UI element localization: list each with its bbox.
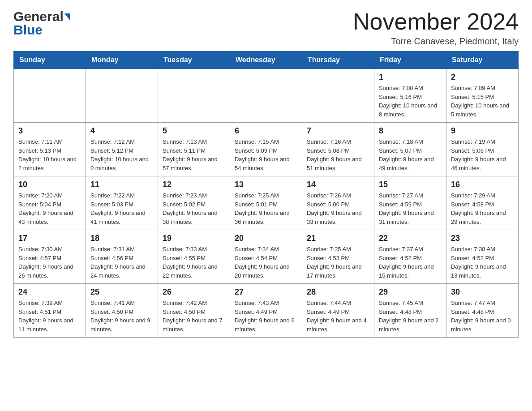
calendar-cell: 19Sunrise: 7:33 AMSunset: 4:55 PMDayligh…	[158, 230, 230, 284]
day-info: Sunrise: 7:44 AMSunset: 4:49 PMDaylight:…	[307, 299, 369, 334]
day-number: 2	[451, 73, 514, 82]
calendar-cell: 30Sunrise: 7:47 AMSunset: 4:48 PMDayligh…	[446, 284, 518, 338]
week-row-3: 17Sunrise: 7:30 AMSunset: 4:57 PMDayligh…	[14, 230, 519, 284]
calendar-cell: 21Sunrise: 7:35 AMSunset: 4:53 PMDayligh…	[302, 230, 374, 284]
day-number: 11	[90, 180, 153, 189]
calendar-cell: 4Sunrise: 7:12 AMSunset: 5:12 PMDaylight…	[86, 123, 158, 176]
calendar-table: SundayMondayTuesdayWednesdayThursdayFrid…	[13, 51, 519, 338]
calendar-cell: 22Sunrise: 7:37 AMSunset: 4:52 PMDayligh…	[374, 230, 446, 284]
calendar-cell: 28Sunrise: 7:44 AMSunset: 4:49 PMDayligh…	[302, 284, 374, 338]
day-number: 7	[307, 126, 369, 136]
day-info: Sunrise: 7:45 AMSunset: 4:48 PMDaylight:…	[379, 299, 442, 334]
calendar-cell: 9Sunrise: 7:19 AMSunset: 5:06 PMDaylight…	[446, 123, 518, 176]
day-info: Sunrise: 7:30 AMSunset: 4:57 PMDaylight:…	[18, 245, 81, 280]
day-info: Sunrise: 7:41 AMSunset: 4:50 PMDaylight:…	[90, 299, 153, 334]
calendar-cell	[230, 69, 302, 123]
day-info: Sunrise: 7:26 AMSunset: 5:00 PMDaylight:…	[307, 191, 369, 226]
logo-blue-text: Blue	[13, 22, 70, 38]
calendar-cell	[158, 69, 230, 123]
day-number: 16	[451, 180, 514, 189]
calendar-cell: 5Sunrise: 7:13 AMSunset: 5:11 PMDaylight…	[158, 123, 230, 176]
day-info: Sunrise: 7:15 AMSunset: 5:09 PMDaylight:…	[235, 137, 297, 172]
day-info: Sunrise: 7:13 AMSunset: 5:11 PMDaylight:…	[163, 137, 225, 172]
calendar-cell: 17Sunrise: 7:30 AMSunset: 4:57 PMDayligh…	[14, 230, 86, 284]
day-number: 29	[379, 287, 442, 297]
day-info: Sunrise: 7:16 AMSunset: 5:08 PMDaylight:…	[307, 137, 369, 172]
day-number: 21	[307, 234, 369, 243]
day-number: 26	[163, 287, 225, 297]
calendar-cell: 8Sunrise: 7:18 AMSunset: 5:07 PMDaylight…	[374, 123, 446, 176]
day-number: 3	[18, 126, 81, 136]
day-number: 25	[90, 287, 153, 297]
calendar-cell: 12Sunrise: 7:23 AMSunset: 5:02 PMDayligh…	[158, 176, 230, 230]
day-info: Sunrise: 7:25 AMSunset: 5:01 PMDaylight:…	[235, 191, 297, 226]
calendar-cell	[302, 69, 374, 123]
day-number: 4	[90, 126, 153, 136]
week-row-4: 24Sunrise: 7:39 AMSunset: 4:51 PMDayligh…	[14, 284, 519, 338]
day-number: 8	[379, 126, 442, 136]
week-row-2: 10Sunrise: 7:20 AMSunset: 5:04 PMDayligh…	[14, 176, 519, 230]
title-block: November 2024 Torre Canavese, Piedmont, …	[353, 9, 519, 47]
day-info: Sunrise: 7:09 AMSunset: 5:15 PMDaylight:…	[451, 84, 514, 119]
calendar-cell: 15Sunrise: 7:27 AMSunset: 4:59 PMDayligh…	[374, 176, 446, 230]
day-number: 17	[18, 234, 81, 243]
day-number: 20	[235, 234, 297, 243]
calendar-cell: 27Sunrise: 7:43 AMSunset: 4:49 PMDayligh…	[230, 284, 302, 338]
calendar-cell: 13Sunrise: 7:25 AMSunset: 5:01 PMDayligh…	[230, 176, 302, 230]
calendar-cell: 10Sunrise: 7:20 AMSunset: 5:04 PMDayligh…	[14, 176, 86, 230]
day-info: Sunrise: 7:37 AMSunset: 4:52 PMDaylight:…	[379, 245, 442, 280]
calendar-cell: 29Sunrise: 7:45 AMSunset: 4:48 PMDayligh…	[374, 284, 446, 338]
calendar-cell: 14Sunrise: 7:26 AMSunset: 5:00 PMDayligh…	[302, 176, 374, 230]
calendar-cell: 26Sunrise: 7:42 AMSunset: 4:50 PMDayligh…	[158, 284, 230, 338]
calendar-cell: 3Sunrise: 7:11 AMSunset: 5:13 PMDaylight…	[14, 123, 86, 176]
calendar-cell	[14, 69, 86, 123]
calendar-title: November 2024	[353, 9, 519, 34]
day-info: Sunrise: 7:27 AMSunset: 4:59 PMDaylight:…	[379, 191, 442, 226]
day-info: Sunrise: 7:20 AMSunset: 5:04 PMDaylight:…	[18, 191, 81, 226]
day-number: 27	[235, 287, 297, 297]
days-of-week-row: SundayMondayTuesdayWednesdayThursdayFrid…	[14, 51, 519, 69]
col-header-saturday: Saturday	[446, 51, 518, 69]
page-header: General Blue November 2024 Torre Canaves…	[13, 9, 519, 47]
day-number: 24	[18, 287, 81, 297]
col-header-sunday: Sunday	[14, 51, 86, 69]
day-number: 6	[235, 126, 297, 136]
day-info: Sunrise: 7:19 AMSunset: 5:06 PMDaylight:…	[451, 137, 514, 172]
day-number: 5	[163, 126, 225, 136]
day-info: Sunrise: 7:12 AMSunset: 5:12 PMDaylight:…	[90, 137, 153, 172]
day-number: 9	[451, 126, 514, 136]
day-info: Sunrise: 7:33 AMSunset: 4:55 PMDaylight:…	[163, 245, 225, 280]
day-number: 13	[235, 180, 297, 189]
calendar-cell	[86, 69, 158, 123]
day-number: 19	[163, 234, 225, 243]
week-row-0: 1Sunrise: 7:08 AMSunset: 5:16 PMDaylight…	[14, 69, 519, 123]
day-info: Sunrise: 7:42 AMSunset: 4:50 PMDaylight:…	[163, 299, 225, 334]
day-info: Sunrise: 7:23 AMSunset: 5:02 PMDaylight:…	[163, 191, 225, 226]
day-number: 15	[379, 180, 442, 189]
day-info: Sunrise: 7:11 AMSunset: 5:13 PMDaylight:…	[18, 137, 81, 172]
col-header-thursday: Thursday	[302, 51, 374, 69]
calendar-cell: 6Sunrise: 7:15 AMSunset: 5:09 PMDaylight…	[230, 123, 302, 176]
day-info: Sunrise: 7:34 AMSunset: 4:54 PMDaylight:…	[235, 245, 297, 280]
calendar-cell: 24Sunrise: 7:39 AMSunset: 4:51 PMDayligh…	[14, 284, 86, 338]
col-header-wednesday: Wednesday	[230, 51, 302, 69]
calendar-cell: 7Sunrise: 7:16 AMSunset: 5:08 PMDaylight…	[302, 123, 374, 176]
day-number: 28	[307, 287, 369, 297]
day-number: 1	[379, 73, 442, 82]
day-info: Sunrise: 7:18 AMSunset: 5:07 PMDaylight:…	[379, 137, 442, 172]
logo: General Blue	[13, 9, 70, 38]
calendar-cell: 16Sunrise: 7:29 AMSunset: 4:58 PMDayligh…	[446, 176, 518, 230]
day-number: 30	[451, 287, 514, 297]
calendar-cell: 1Sunrise: 7:08 AMSunset: 5:16 PMDaylight…	[374, 69, 446, 123]
col-header-friday: Friday	[374, 51, 446, 69]
calendar-subtitle: Torre Canavese, Piedmont, Italy	[353, 36, 519, 47]
calendar-cell: 23Sunrise: 7:38 AMSunset: 4:52 PMDayligh…	[446, 230, 518, 284]
calendar-cell: 18Sunrise: 7:31 AMSunset: 4:56 PMDayligh…	[86, 230, 158, 284]
day-info: Sunrise: 7:43 AMSunset: 4:49 PMDaylight:…	[235, 299, 297, 334]
day-number: 12	[163, 180, 225, 189]
calendar-cell: 25Sunrise: 7:41 AMSunset: 4:50 PMDayligh…	[86, 284, 158, 338]
logo-line1: General	[13, 9, 70, 24]
day-info: Sunrise: 7:39 AMSunset: 4:51 PMDaylight:…	[18, 299, 81, 334]
calendar-cell: 2Sunrise: 7:09 AMSunset: 5:15 PMDaylight…	[446, 69, 518, 123]
day-info: Sunrise: 7:38 AMSunset: 4:52 PMDaylight:…	[451, 245, 514, 280]
